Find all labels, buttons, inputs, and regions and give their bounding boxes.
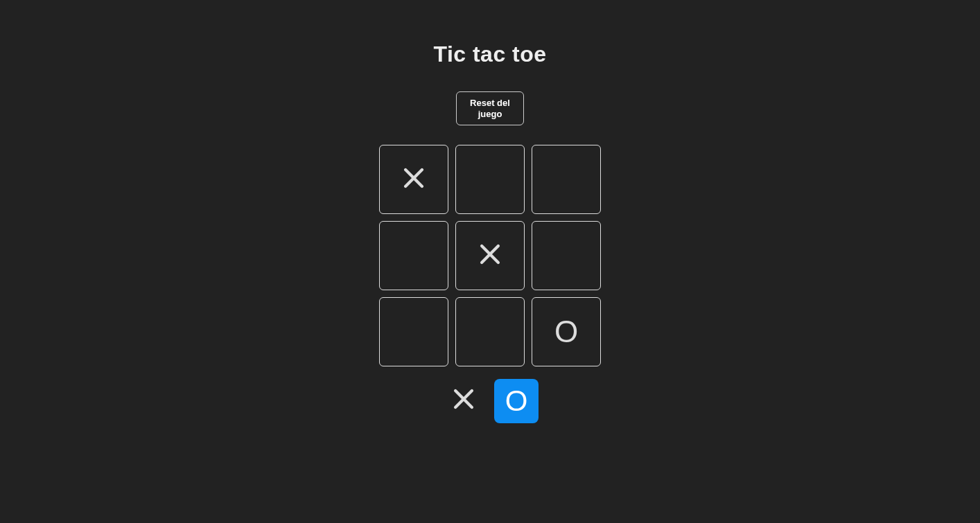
o-icon: O [505, 384, 528, 418]
turn-indicator-row: O [441, 379, 539, 423]
cell-6[interactable] [379, 297, 448, 366]
cell-7[interactable] [455, 297, 525, 366]
cell-8[interactable]: O [532, 297, 601, 366]
page-title: Tic tac toe [433, 42, 546, 67]
cell-5[interactable] [532, 221, 601, 290]
cell-3[interactable] [379, 221, 448, 290]
x-icon [478, 238, 502, 273]
cell-0[interactable] [379, 145, 448, 214]
x-icon [402, 162, 426, 197]
turn-o-tile: O [494, 379, 539, 423]
x-icon [452, 384, 475, 418]
reset-button[interactable]: Reset del juego [456, 91, 524, 125]
game-board: O [379, 145, 601, 366]
cell-4[interactable] [455, 221, 525, 290]
turn-x-tile [441, 379, 486, 423]
cell-1[interactable] [455, 145, 525, 214]
cell-2[interactable] [532, 145, 601, 214]
